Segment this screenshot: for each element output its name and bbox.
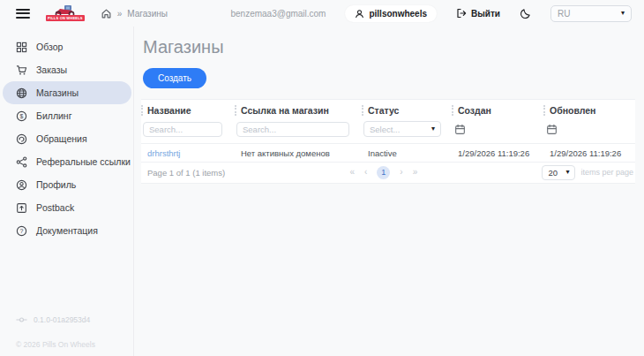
sidebar-item-label: Документация [36, 225, 98, 236]
store-link-cell: Нет активных доменов [235, 148, 362, 158]
copyright: © 2026 Pills On Wheels [16, 340, 134, 349]
sidebar-item-referral-links[interactable]: Реферальные ссылки [3, 150, 131, 173]
postback-icon [16, 202, 27, 214]
chevron-down-icon: ▾ [565, 169, 569, 176]
sidebar-item-overview[interactable]: Обзор [3, 35, 131, 58]
version-row: 0.1.0-01a2953d4 [16, 315, 134, 324]
sidebar-footer: 0.1.0-01a2953d4 © 2026 Pills On Wheels [0, 315, 134, 356]
page-title: Магазины [143, 37, 635, 57]
sidebar-item-label: Биллинг [36, 110, 72, 121]
user-email: benzemaa3@gmail.com [230, 9, 326, 19]
sidebar-item-profile[interactable]: Профиль [3, 173, 131, 196]
moon-icon [520, 8, 531, 19]
store-updated-cell: 1/29/2026 11:19:26 [543, 148, 635, 158]
topbar: PILLS ON WHEELS » Магазины benzemaa3@gma… [0, 0, 644, 27]
sidebar-item-label: Обращения [36, 133, 87, 144]
column-header-updated[interactable]: Обновлен [543, 105, 635, 116]
breadcrumb-current: Магазины [127, 9, 168, 19]
status-filter-select[interactable]: Select... ▾ [363, 121, 441, 137]
column-header-name[interactable]: Название [141, 105, 235, 116]
column-header-link[interactable]: Ссылка на магазин [235, 105, 362, 116]
dark-mode-toggle[interactable] [520, 8, 531, 19]
column-header-status[interactable]: Статус [362, 105, 452, 116]
main-content: Магазины Создать Название Ссылка на мага… [134, 27, 644, 356]
prev-page-button[interactable]: ‹ [364, 168, 367, 177]
first-page-button[interactable]: « [349, 168, 355, 177]
store-created-cell: 1/29/2026 11:19:26 [452, 148, 543, 158]
sidebar-item-orders[interactable]: Заказы [3, 58, 131, 81]
store-name-link[interactable]: drhrsthrtj [147, 148, 180, 158]
logout-button[interactable]: Выйти [456, 8, 500, 19]
topbar-left: PILLS ON WHEELS » Магазины [16, 5, 230, 21]
user-icon [355, 9, 364, 19]
sidebar-item-appeals[interactable]: Обращения [3, 127, 131, 150]
brand-logo[interactable]: PILLS ON WHEELS [46, 5, 85, 21]
svg-text:$: $ [20, 112, 24, 118]
items-per-page-label: items per page [580, 168, 633, 177]
topbar-right: benzemaa3@gmail.com pillsonwheels Выйти … [230, 5, 632, 22]
table-row: drhrsthrtj Нет активных доменов Inactive… [141, 143, 635, 162]
create-store-button[interactable]: Создать [143, 68, 206, 88]
profile-icon [16, 179, 27, 191]
last-page-button[interactable]: » [413, 168, 418, 177]
logout-label: Выйти [471, 9, 500, 19]
commit-icon [16, 316, 27, 323]
calendar-icon [454, 124, 466, 135]
breadcrumb: » Магазины [101, 8, 168, 19]
stores-table: Название Ссылка на магазин Статус Создан… [141, 99, 635, 184]
table-header-row: Название Ссылка на магазин Статус Создан… [141, 100, 635, 119]
sidebar-item-label: Магазины [36, 87, 79, 98]
sidebar-item-label: Профиль [36, 179, 76, 190]
page-size-select[interactable]: 20 ▾ [542, 165, 575, 180]
pagination-bar: Page 1 of 1 (1 items) « ‹ 1 › » 20 ▾ ite… [141, 162, 635, 183]
support-icon [16, 133, 27, 145]
sidebar-item-label: Реферальные ссылки [36, 156, 131, 167]
sidebar-item-billing[interactable]: $ Биллинг [3, 104, 131, 127]
home-icon[interactable] [101, 8, 112, 19]
sidebar-item-label: Обзор [36, 42, 63, 52]
dollar-circle-icon: $ [16, 110, 27, 122]
dashboard-icon [16, 42, 27, 53]
current-page-button[interactable]: 1 [377, 166, 390, 179]
brand-name: PILLS ON WHEELS [46, 15, 85, 21]
status-filter-placeholder: Select... [370, 125, 400, 134]
menu-icon[interactable] [16, 6, 30, 20]
help-circle-icon: ? [16, 225, 27, 237]
share-icon [16, 156, 27, 168]
language-value: RU [558, 9, 570, 19]
sidebar-item-postback[interactable]: Postback [3, 196, 131, 219]
cart-icon [16, 64, 27, 76]
sidebar-item-label: Postback [36, 202, 74, 213]
sidebar-item-documentation[interactable]: ? Документация [3, 219, 131, 242]
page-size-value: 20 [548, 168, 558, 178]
chevron-down-icon: ▾ [621, 10, 625, 17]
logout-icon [456, 8, 467, 19]
language-select[interactable]: RU ▾ [550, 5, 632, 22]
calendar-icon [546, 124, 558, 135]
column-header-created[interactable]: Создан [452, 105, 543, 116]
name-filter-input[interactable] [143, 122, 222, 137]
account-pill[interactable]: pillsonwheels [345, 5, 437, 22]
sidebar: Обзор Заказы Магазины $ Биллинг [0, 27, 134, 356]
chevron-down-icon: ▾ [431, 125, 435, 133]
sidebar-item-label: Заказы [36, 64, 67, 75]
link-filter-input[interactable] [236, 122, 349, 137]
store-status-cell: Inactive [362, 148, 452, 158]
page-size-group: 20 ▾ items per page [542, 165, 633, 180]
page-controls: « ‹ 1 › » [349, 166, 417, 179]
next-page-button[interactable]: › [400, 168, 402, 177]
sidebar-item-stores[interactable]: Магазины [3, 81, 131, 104]
globe-icon [16, 87, 27, 99]
svg-text:?: ? [20, 228, 24, 234]
page-summary: Page 1 of 1 (1 items) [147, 168, 225, 178]
table-filter-row: Select... ▾ [141, 119, 635, 143]
account-name: pillsonwheels [369, 9, 427, 19]
breadcrumb-separator: » [117, 9, 123, 19]
updated-date-filter[interactable] [545, 123, 558, 136]
app-version: 0.1.0-01a2953d4 [34, 315, 90, 324]
created-date-filter[interactable] [453, 123, 467, 136]
